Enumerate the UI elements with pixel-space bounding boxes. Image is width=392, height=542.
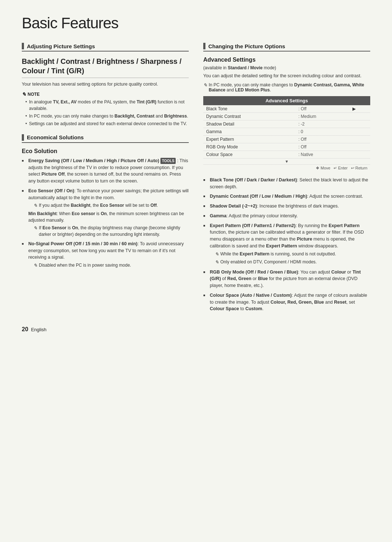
eco-solution-title: Eco Solution: [22, 148, 189, 155]
eco-sensor-subnote2: ✎ If Eco Sensor is On, the display brigh…: [28, 225, 189, 238]
table-row: Colour Space : Native: [203, 151, 370, 158]
row-colourspace-value: : Native: [295, 151, 350, 158]
section-header-changing: Changing the Picture Options: [203, 43, 370, 52]
row-expertpattern-value: : Off: [295, 135, 350, 143]
note-label: ✎ NOTE: [22, 91, 189, 97]
advanced-bullet-list: Black Tone (Off / Dark / Darker / Darkes…: [203, 177, 370, 312]
eco-bullet-sensor: Eco Sensor (Off / On): To enhance your p…: [22, 188, 189, 238]
adv-bullet-blacktone: Black Tone (Off / Dark / Darker / Darkes…: [203, 177, 370, 190]
page-number: 20: [22, 326, 28, 332]
advanced-settings-table: Advanced Settings Black Tone : Off ▶ Dyn…: [203, 96, 370, 172]
adv-bullet-shadowdetail: Shadow Detail (-2~+2): Increase the brig…: [203, 203, 370, 210]
row-expertpattern-label: Expert Pattern: [203, 135, 295, 143]
backlight-intro: Your television has several setting opti…: [22, 81, 189, 88]
row-colourspace-label: Colour Space: [203, 151, 295, 158]
changing-header-title: Changing the Picture Options: [208, 43, 285, 49]
changing-bar: [203, 43, 205, 49]
note-block: ✎ NOTE In analogue TV, Ext., AV modes of…: [22, 91, 189, 127]
page-footer: 20 English: [22, 326, 370, 333]
section-header-adjusting-title: Adjusting Picture Settings: [27, 43, 95, 49]
note-item-3: Settings can be adjusted and stored for …: [25, 120, 189, 127]
page-title: Basic Features: [22, 15, 370, 32]
table-scroll-arrow: ▼: [203, 158, 370, 164]
section-header-adjusting: Adjusting Picture Settings: [22, 43, 189, 52]
economical-bar: [22, 134, 24, 141]
subsection-backlight-title: Backlight / Contrast / Brightness / Shar…: [22, 57, 189, 78]
table-row: Shadow Detail : -2: [203, 120, 370, 128]
table-row: Dynamic Contrast : Medium: [203, 112, 370, 120]
row-rgbonly-value: : Off: [295, 143, 350, 151]
row-gamma-value: : 0: [295, 128, 350, 135]
row-dynamiccontrast-value: : Medium: [295, 112, 350, 120]
adv-table-header: Advanced Settings: [203, 96, 370, 105]
row-shadowdetail-label: Shadow Detail: [203, 120, 295, 128]
table-row: ▼: [203, 158, 370, 164]
eco-sensor-subnote: ✎ If you adjust the Backlight, the Eco S…: [28, 202, 189, 209]
adv-bullet-dynamiccontrast: Dynamic Contrast (Off / Low / Medium / H…: [203, 193, 370, 200]
adv-bullet-colourspace: Colour Space (Auto / Native / Custom): A…: [203, 292, 370, 312]
advanced-intro: You can adjust the detailed setting for …: [203, 73, 370, 79]
section-header-economical: Economical Solutions: [22, 134, 189, 143]
note-list: In analogue TV, Ext., AV modes of the PA…: [22, 99, 189, 127]
adv-bullet-rgbonly: RGB Only Mode (Off / Red / Green / Blue)…: [203, 269, 370, 289]
adv-bullet-expertpattern: Expert Pattern (Off / Pattern1 / Pattern…: [203, 222, 370, 266]
adv-bullet-gamma: Gamma: Adjust the primary colour intensi…: [203, 213, 370, 219]
eco-bullet-nosignal: No-Signal Power Off (Off / 15 min / 30 m…: [22, 241, 189, 269]
row-blacktone-value: : Off: [295, 105, 350, 113]
eco-bullet-list: Energy Saving (Off / Low / Medium / High…: [22, 157, 189, 269]
economical-header-title: Economical Solutions: [27, 134, 84, 140]
right-column: Changing the Picture Options Advanced Se…: [203, 43, 370, 315]
table-row: Gamma : 0: [203, 128, 370, 135]
expertpattern-subnote1: ✎ While the Expert Pattern is running, s…: [210, 251, 370, 258]
expertpattern-subnote2: ✎ Only enabled on DTV, Component / HDMI …: [210, 259, 370, 266]
row-blacktone-arrow: ▶: [350, 105, 370, 113]
pc-mode-note: ✎ In PC mode, you can only make changes …: [203, 82, 370, 93]
tools-badge: TOOLS: [160, 158, 176, 164]
adv-table-footer: ❖ Move ↵ Enter ↩ Return: [203, 164, 370, 172]
row-gamma-label: Gamma: [203, 128, 295, 135]
advanced-settings-title: Advanced Settings: [203, 57, 370, 63]
min-backlight-note: Min Backlight: When Eco sensor is On, th…: [28, 210, 189, 223]
page-language: English: [31, 327, 46, 332]
row-blacktone-label: Black Tone: [203, 105, 295, 113]
left-column: Adjusting Picture Settings Backlight / C…: [22, 43, 189, 272]
note-icon: ✎: [22, 91, 26, 97]
table-row: Expert Pattern : Off: [203, 135, 370, 143]
adv-table-body: Black Tone : Off ▶ Dynamic Contrast : Me…: [203, 105, 370, 165]
eco-bullet-energy: Energy Saving (Off / Low / Medium / High…: [22, 157, 189, 185]
nosignal-subnote: ✎ Disabled when the PC is in power savin…: [28, 262, 189, 269]
available-note: (available in Standard / Movie mode): [203, 65, 370, 70]
table-row: RGB Only Mode : Off: [203, 143, 370, 151]
table-row: Black Tone : Off ▶: [203, 105, 370, 113]
row-rgbonly-label: RGB Only Mode: [203, 143, 295, 151]
note-item-2: In PC mode, you can only make changes to…: [25, 113, 189, 119]
section-header-bar: [22, 43, 24, 49]
note-item-1: In analogue TV, Ext., AV modes of the PA…: [25, 99, 189, 112]
row-dynamiccontrast-label: Dynamic Contrast: [203, 112, 295, 120]
row-shadowdetail-value: : -2: [295, 120, 350, 128]
